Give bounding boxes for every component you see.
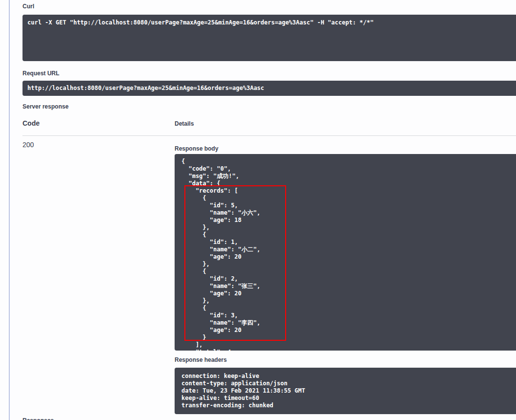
response-body-label: Response body	[175, 145, 218, 152]
details-column-header: Details	[175, 120, 194, 127]
table-header-divider	[22, 135, 516, 136]
status-code: 200	[22, 141, 34, 149]
responses-section-label: Responses	[22, 417, 54, 420]
server-response-label: Server response	[22, 103, 68, 110]
request-url-value: http://localhost:8080/userPage?maxAge=25…	[22, 81, 516, 96]
response-body-block[interactable]: { "code": "0", "msg": "成功!", "data": { "…	[175, 154, 516, 351]
response-body-json: { "code": "0", "msg": "成功!", "data": { "…	[175, 154, 516, 351]
curl-section-label: Curl	[22, 3, 34, 10]
response-headers-block: connection: keep-alive content-type: app…	[175, 368, 516, 414]
response-headers-label: Response headers	[175, 356, 227, 363]
code-column-header: Code	[22, 119, 40, 127]
request-url-label: Request URL	[22, 70, 59, 77]
opblock-left-border	[9, 0, 10, 420]
curl-command-block[interactable]: curl -X GET "http://localhost:8080/userP…	[22, 15, 516, 61]
